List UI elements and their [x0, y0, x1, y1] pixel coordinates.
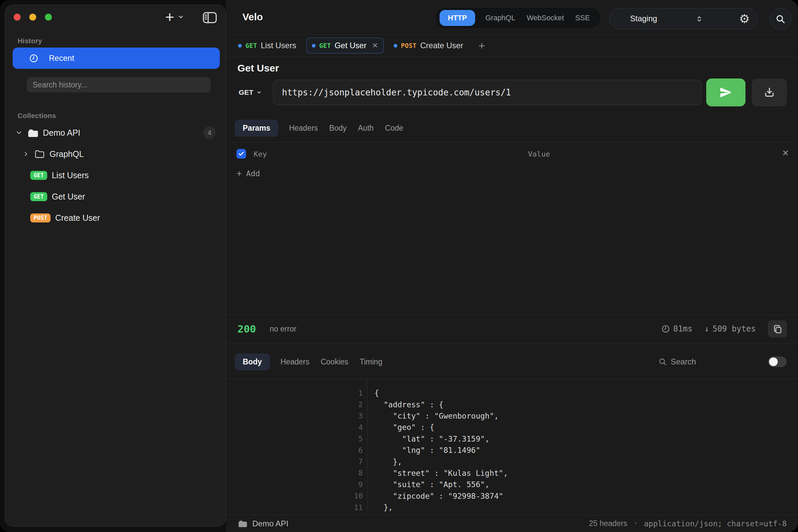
- line-code: "suite" : "Apt. 556",: [363, 480, 490, 489]
- line-code: "lat" : "-37.3159",: [363, 435, 490, 443]
- tab-auth[interactable]: Auth: [358, 120, 374, 137]
- new-tab-button[interactable]: +: [478, 40, 485, 51]
- arrow-down-icon: ↓: [705, 324, 709, 334]
- request-row-create-user[interactable]: POST Create User: [5, 208, 226, 227]
- copy-response-button[interactable]: [768, 320, 787, 338]
- request-name: Create User: [55, 213, 100, 223]
- close-tab-icon[interactable]: ✕: [372, 41, 378, 50]
- line-code: "address" : {: [363, 400, 443, 409]
- chevron-down-icon: [177, 14, 184, 20]
- add-param-button[interactable]: + Add: [236, 166, 260, 181]
- recent-history-button[interactable]: Recent: [13, 48, 220, 69]
- code-line: 7 },: [226, 456, 798, 467]
- param-value-input[interactable]: [528, 146, 761, 162]
- download-response-button[interactable]: [752, 78, 787, 107]
- response-meta-right: 81ms ↓ 509 bytes: [661, 320, 787, 338]
- method-badge-post: POST: [30, 213, 51, 223]
- response-tools: Search: [658, 344, 798, 379]
- chevron-down-icon: [15, 129, 23, 136]
- history-search-input[interactable]: [27, 77, 210, 92]
- zoom-window-button[interactable]: [45, 14, 52, 21]
- search-label: Search: [671, 357, 696, 366]
- sidebar-panel-icon: [203, 11, 217, 24]
- environment-selector[interactable]: Staging ⚙: [609, 8, 758, 29]
- line-number: 7: [226, 457, 363, 466]
- pretty-print-toggle[interactable]: [768, 357, 787, 367]
- response-size-value: 509 bytes: [712, 324, 756, 334]
- global-search-button[interactable]: [770, 8, 791, 30]
- app-title: Velo: [242, 11, 263, 23]
- param-key-input[interactable]: [254, 146, 500, 162]
- request-name: Get User: [52, 192, 85, 202]
- tab-method: GET: [245, 42, 257, 49]
- clock-icon: [661, 324, 670, 333]
- response-body-editor[interactable]: 1{ 2 "address" : { 3 "city" : "Gwenborou…: [226, 379, 798, 515]
- tab-params[interactable]: Params: [235, 120, 278, 137]
- tab-body[interactable]: Body: [328, 120, 347, 137]
- collection-row-demo-api[interactable]: Demo API 4: [5, 124, 226, 142]
- tab-code[interactable]: Code: [384, 120, 404, 137]
- tab-title: Get User: [335, 41, 366, 50]
- protocol-tab-websocket[interactable]: WebSocket: [525, 14, 565, 22]
- tab-method: GET: [319, 42, 331, 49]
- line-number: 4: [226, 423, 363, 432]
- line-number: 11: [226, 504, 363, 512]
- param-enabled-checkbox[interactable]: [236, 149, 246, 158]
- sidebar: + History Recent Collections Demo: [5, 5, 226, 527]
- line-code: "city" : "Gwenborough",: [363, 412, 499, 420]
- settings-button[interactable]: ⚙: [737, 11, 753, 27]
- search-icon: [658, 358, 667, 366]
- download-icon: [763, 87, 775, 98]
- tab-title: List Users: [261, 41, 296, 50]
- tab-response-headers[interactable]: Headers: [280, 354, 310, 370]
- protocol-tab-graphql[interactable]: GraphQL: [484, 14, 517, 22]
- sidebar-zone: + History Recent Collections Demo: [0, 0, 226, 532]
- minimize-window-button[interactable]: [29, 14, 36, 21]
- line-code: "geo" : {: [363, 423, 434, 432]
- protocol-tab-sse[interactable]: SSE: [574, 14, 591, 22]
- line-number: 8: [226, 469, 363, 477]
- tab-headers[interactable]: Headers: [288, 120, 319, 137]
- statusbar-collection: Demo API: [238, 519, 288, 528]
- tab-response-body[interactable]: Body: [235, 354, 270, 370]
- close-window-button[interactable]: [14, 14, 21, 21]
- request-title: Get User: [238, 62, 279, 74]
- response-meta-row: 200 no error 81ms ↓ 509 bytes: [226, 315, 798, 343]
- code-line: 2 "address" : {: [226, 399, 798, 410]
- main-panel: Velo HTTP GraphQL WebSocket SSE Staging …: [226, 0, 798, 532]
- unsaved-dot-icon: [238, 44, 242, 48]
- code-line: 4 "geo" : {: [226, 422, 798, 433]
- url-input[interactable]: [273, 80, 702, 105]
- gear-icon: ⚙: [739, 13, 750, 25]
- protocol-tab-http[interactable]: HTTP: [440, 10, 475, 26]
- method-badge-get: GET: [30, 171, 47, 180]
- code-line: 9 "suite" : "Apt. 556",: [226, 479, 798, 490]
- sidebar-toggle-button[interactable]: [202, 10, 218, 25]
- tab-create-user[interactable]: POST Create User: [393, 38, 464, 53]
- tabstrip-divider: [226, 57, 798, 57]
- tab-title: Create User: [420, 41, 463, 50]
- code-line: 6 "lng" : "81.1496": [226, 444, 798, 456]
- response-time-value: 81ms: [673, 324, 692, 334]
- line-code: "lng" : "81.1496": [363, 446, 480, 455]
- response-tabs-divider: [226, 343, 798, 343]
- copy-icon: [773, 324, 782, 334]
- tab-response-timing[interactable]: Timing: [359, 354, 383, 370]
- code-line: 3 "city" : "Gwenborough",: [226, 410, 798, 422]
- new-request-button[interactable]: +: [165, 7, 184, 27]
- tab-get-user-active[interactable]: GET Get User ✕: [306, 38, 384, 54]
- statusbar: Demo API 25 headers • application/json; …: [226, 515, 798, 532]
- response-search-button[interactable]: Search: [658, 357, 696, 366]
- params-divider: [226, 142, 798, 142]
- send-request-button[interactable]: [706, 78, 745, 107]
- folder-row-graphql[interactable]: GraphQL: [5, 145, 226, 163]
- response-size: ↓ 509 bytes: [705, 324, 756, 334]
- environment-name: Staging: [630, 14, 657, 23]
- request-row-list-users[interactable]: GET List Users: [5, 166, 226, 185]
- remove-param-icon[interactable]: ✕: [782, 148, 789, 158]
- clock-icon: [29, 54, 38, 63]
- tab-list-users[interactable]: GET List Users: [238, 38, 297, 53]
- method-dropdown[interactable]: GET: [239, 84, 262, 100]
- tab-response-cookies[interactable]: Cookies: [320, 354, 349, 370]
- request-row-get-user[interactable]: GET Get User: [5, 187, 226, 206]
